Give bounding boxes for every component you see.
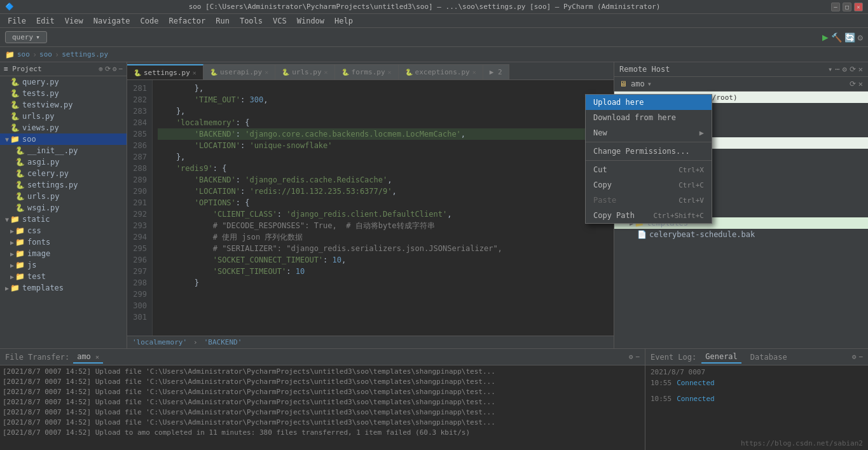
tab-exceptions[interactable]: 🐍 exceptions.py ✕: [399, 64, 483, 79]
sidebar-item-static[interactable]: ▼ 📁 static: [0, 214, 127, 225]
toolbar: query ▾ ▶ 🔨 🔄 ⚙: [0, 28, 868, 47]
ctx-paste[interactable]: Paste Ctrl+V: [586, 193, 712, 208]
sidebar-gear-btn[interactable]: ⚙: [113, 65, 117, 73]
remote-settings-btn[interactable]: ⚙: [843, 65, 847, 74]
remote-menu-btn[interactable]: ⋯: [835, 65, 839, 74]
remote-dropdown-btn[interactable]: ▾: [828, 65, 832, 74]
event-log-entry: 2021/8/7 0007: [651, 368, 863, 376]
sidebar-item-soo-folder[interactable]: ▼ 📁 soo: [0, 133, 127, 145]
ctx-submenu-arrow: ▶: [699, 128, 704, 137]
close-button[interactable]: ✕: [854, 3, 863, 11]
tab-urls[interactable]: 🐍 urls.py ✕: [275, 64, 334, 79]
menu-item-window[interactable]: Window: [292, 15, 329, 27]
host-sync-icon[interactable]: ⟳: [850, 79, 856, 88]
sidebar-item-testview[interactable]: 🐍 testview.py: [0, 99, 127, 111]
sidebar-item-query[interactable]: 🐍 query.py: [0, 76, 127, 88]
remote-close-btn[interactable]: ✕: [858, 65, 863, 74]
sidebar-item-celery[interactable]: 🐍 celery.py: [0, 168, 127, 179]
tab-forms[interactable]: 🐍 forms.py ✕: [335, 64, 399, 79]
ft-tab-amo[interactable]: amo ✕: [73, 351, 103, 364]
tab-overflow[interactable]: ▶ 2: [483, 64, 509, 79]
ctx-new[interactable]: New ▶: [586, 125, 712, 140]
breadcrumb-item-soo1[interactable]: soo: [17, 50, 30, 58]
sidebar-item-tests[interactable]: 🐍 tests.py: [0, 88, 127, 99]
sidebar-sync-btn[interactable]: ⟳: [105, 65, 111, 73]
el-minimize-icon[interactable]: −: [858, 353, 863, 361]
tab-close-btn[interactable]: ✕: [388, 69, 392, 76]
el-tab-database[interactable]: Database: [747, 351, 791, 363]
el-tab-general[interactable]: General: [701, 351, 741, 364]
query-button[interactable]: query ▾: [5, 31, 47, 43]
sidebar-item-css[interactable]: ▶ 📁 css: [0, 225, 127, 236]
ctx-change-permissions[interactable]: Change Permissions...: [586, 144, 712, 159]
menu-item-vcs[interactable]: VCS: [268, 15, 292, 27]
sidebar-item-js[interactable]: ▶ 📁 js: [0, 259, 127, 271]
tab-close-btn[interactable]: ✕: [193, 69, 196, 76]
menu-item-run[interactable]: Run: [210, 15, 235, 27]
menu-item-code[interactable]: Code: [135, 15, 164, 27]
ctx-download-from-here[interactable]: Download from here: [586, 110, 712, 125]
remote-host-panel: Remote Host ▾ ⋯ ⚙ ⟳ ✕ 🖥 amo ▾ ⟳ ✕ ▼: [614, 62, 868, 348]
menu-item-view[interactable]: View: [60, 15, 88, 27]
sidebar-item-views[interactable]: 🐍 views.py: [0, 122, 127, 133]
reload-icon[interactable]: 🔄: [844, 32, 855, 43]
sidebar-item-urls2[interactable]: 🐍 urls.py: [0, 191, 127, 202]
sidebar-header: ≡ Project ⊕ ⟳ ⚙ −: [0, 62, 127, 76]
sidebar-item-asgi[interactable]: 🐍 asgi.py: [0, 156, 127, 168]
minimize-button[interactable]: –: [831, 3, 840, 11]
ctx-upload-here[interactable]: Upload here: [586, 95, 712, 110]
tab-userapi[interactable]: 🐍 userapi.py ✕: [203, 64, 275, 79]
menu-item-navigate[interactable]: Navigate: [88, 15, 135, 27]
dropdown-arrow: ▾: [36, 33, 40, 41]
host-close-icon[interactable]: ✕: [858, 79, 863, 88]
breadcrumb-path1: 'localmemory': [132, 338, 187, 346]
tab-close-btn[interactable]: ✕: [324, 69, 328, 76]
build-icon[interactable]: 🔨: [831, 32, 842, 43]
el-gear-icon[interactable]: ⚙: [852, 353, 857, 361]
event-status: Connected: [677, 395, 715, 403]
sidebar-item-settings[interactable]: 🐍 settings.py: [0, 179, 127, 191]
ctx-item-label: Copy: [593, 181, 612, 189]
ctx-copy-path[interactable]: Copy Path Ctrl+Shift+C: [586, 208, 712, 223]
menu-item-tools[interactable]: Tools: [235, 15, 268, 27]
host-dropdown-arrow[interactable]: ▾: [647, 79, 652, 88]
sidebar-item-fonts[interactable]: ▶ 📁 fonts: [0, 236, 127, 248]
sidebar-collapse-btn[interactable]: −: [118, 65, 123, 73]
maximize-button[interactable]: □: [843, 3, 851, 11]
menu-bar: FileEditViewNavigateCodeRefactorRunTools…: [0, 14, 868, 28]
expand-arrow: ▶: [10, 273, 14, 280]
breadcrumb-item-soo2[interactable]: soo: [39, 50, 52, 58]
expand-arrow: ▶: [5, 285, 9, 292]
ft-minimize-icon[interactable]: −: [635, 353, 640, 361]
tab-close-btn[interactable]: ✕: [265, 69, 268, 76]
tab-settings[interactable]: 🐍 settings.py ✕: [127, 64, 203, 79]
sidebar-item-init[interactable]: 🐍 __init__.py: [0, 145, 127, 156]
remote-tree-celerybeat[interactable]: 📄 celerybeat-schedule.bak: [614, 229, 868, 240]
run-icon[interactable]: ▶: [822, 31, 829, 43]
tab-close-btn[interactable]: ✕: [472, 69, 476, 76]
menu-item-edit[interactable]: Edit: [31, 15, 60, 27]
settings-icon[interactable]: ⚙: [858, 32, 863, 43]
ctx-cut[interactable]: Cut Ctrl+X: [586, 162, 712, 177]
ctx-item-label: New: [593, 128, 607, 137]
python-icon: 🐍: [15, 203, 25, 212]
ctx-copy[interactable]: Copy Ctrl+C: [586, 177, 712, 193]
sidebar-item-image[interactable]: ▶ 📁 image: [0, 248, 127, 259]
python-file-icon: 🐍: [210, 69, 217, 76]
ft-tab-close[interactable]: ✕: [95, 353, 99, 360]
sidebar-add-btn[interactable]: ⊕: [99, 65, 103, 73]
ft-gear-icon[interactable]: ⚙: [629, 353, 633, 361]
sidebar-item-test[interactable]: ▶ 📁 test: [0, 271, 127, 282]
menu-item-refactor[interactable]: Refactor: [163, 15, 210, 27]
expand-arrow: ▶: [10, 262, 14, 269]
tab-label: exceptions.py: [415, 68, 470, 76]
sidebar-item-templates[interactable]: ▶ 📁 templates: [0, 282, 127, 294]
bottom-area: File Transfer: amo ✕ ⚙ − [2021/8/7 0007 …: [0, 348, 868, 450]
menu-item-file[interactable]: File: [3, 15, 31, 27]
menu-item-help[interactable]: Help: [329, 15, 358, 27]
sidebar-item-urls1[interactable]: 🐍 urls.py: [0, 111, 127, 122]
remote-refresh-btn[interactable]: ⟳: [850, 65, 856, 74]
sidebar-item-wsgi[interactable]: 🐍 wsgi.py: [0, 202, 127, 214]
code-editor[interactable]: }, 'TIME_OUT': 300, }, 'localmemory': { …: [153, 80, 614, 336]
breadcrumb-item-settings[interactable]: settings.py: [62, 50, 108, 58]
